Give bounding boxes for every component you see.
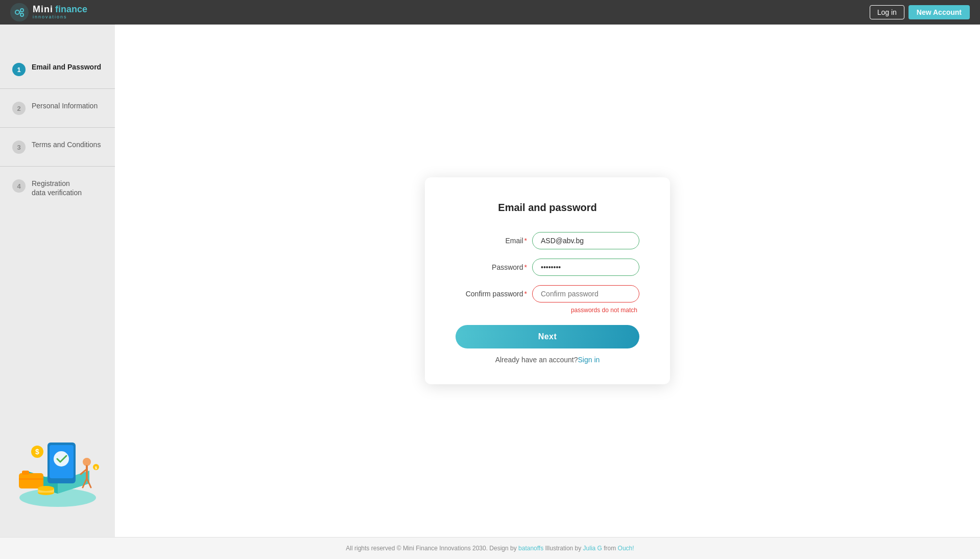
confirm-label: Confirm password* — [456, 290, 532, 298]
footer-ouch-link[interactable]: Ouch! — [618, 545, 634, 552]
logo-finance: finance — [55, 5, 87, 15]
svg-point-20 — [38, 486, 54, 491]
sidebar-illustration: $ $ — [5, 412, 110, 511]
footer-design-link[interactable]: batanoffs — [518, 545, 543, 552]
password-row: Password* — [456, 259, 639, 276]
header: Mini finance innovations Log in New Acco… — [0, 0, 980, 25]
sidebar-step-1[interactable]: 1 Email and Password — [0, 55, 115, 83]
logo-icon — [10, 3, 29, 21]
sidebar: 1 Email and Password 2 Personal Informat… — [0, 25, 115, 537]
step-circle-4: 4 — [12, 179, 26, 193]
logo-text: Mini finance innovations — [33, 5, 87, 20]
form-card: Email and password Email* Password* Conf… — [425, 177, 670, 384]
footer: All rights reserved © Mini Finance Innov… — [0, 537, 980, 559]
sidebar-step-4[interactable]: 4 Registrationdata verification — [0, 172, 115, 204]
sidebar-divider-1 — [0, 88, 115, 89]
sidebar-divider-2 — [0, 127, 115, 128]
email-label: Email* — [456, 237, 532, 245]
error-row: passwords do not match — [456, 307, 639, 314]
password-input[interactable] — [532, 259, 639, 276]
error-message: passwords do not match — [571, 307, 639, 314]
step-circle-1: 1 — [12, 63, 26, 76]
confirm-password-input[interactable] — [532, 285, 639, 302]
form-title: Email and password — [456, 202, 639, 214]
svg-text:$: $ — [35, 448, 39, 456]
logo-innovations: innovations — [33, 15, 87, 20]
svg-rect-16 — [22, 471, 29, 475]
step-label-3: Terms and Conditions — [32, 140, 101, 149]
sidebar-divider-3 — [0, 166, 115, 167]
sidebar-step-2[interactable]: 2 Personal Information — [0, 94, 115, 122]
sign-in-row: Already have an account?Sign in — [456, 356, 639, 364]
sign-in-link[interactable]: Sign in — [578, 356, 600, 364]
logo: Mini finance innovations — [10, 3, 87, 21]
svg-point-12 — [54, 451, 69, 467]
footer-illustration-link[interactable]: Julia G — [583, 545, 602, 552]
main-content: Email and password Email* Password* Conf… — [115, 25, 980, 537]
step-label-4: Registrationdata verification — [32, 179, 82, 197]
footer-from-text: from — [602, 545, 618, 552]
already-account-text: Already have an account? — [495, 356, 578, 364]
confirm-password-row: Confirm password* — [456, 285, 639, 302]
header-actions: Log in New Account — [870, 5, 970, 19]
new-account-button[interactable]: New Account — [909, 5, 970, 19]
svg-point-21 — [83, 458, 91, 466]
footer-illustration-text: Illustration by — [543, 545, 583, 552]
email-row: Email* — [456, 232, 639, 249]
step-circle-2: 2 — [12, 102, 26, 115]
svg-rect-17 — [19, 478, 43, 480]
email-input[interactable] — [532, 232, 639, 249]
sidebar-step-3[interactable]: 3 Terms and Conditions — [0, 133, 115, 161]
step-label-1: Email and Password — [32, 62, 101, 72]
password-label: Password* — [456, 263, 532, 271]
footer-text: All rights reserved © Mini Finance Innov… — [346, 545, 518, 552]
svg-text:$: $ — [95, 465, 98, 470]
next-button[interactable]: Next — [456, 325, 639, 348]
svg-rect-15 — [19, 473, 43, 488]
login-button[interactable]: Log in — [870, 5, 904, 19]
logo-mini: Mini — [33, 5, 53, 15]
illustration-svg: $ $ — [8, 412, 107, 511]
step-label-2: Personal Information — [32, 101, 98, 110]
step-circle-3: 3 — [12, 141, 26, 154]
main-layout: 1 Email and Password 2 Personal Informat… — [0, 25, 980, 537]
